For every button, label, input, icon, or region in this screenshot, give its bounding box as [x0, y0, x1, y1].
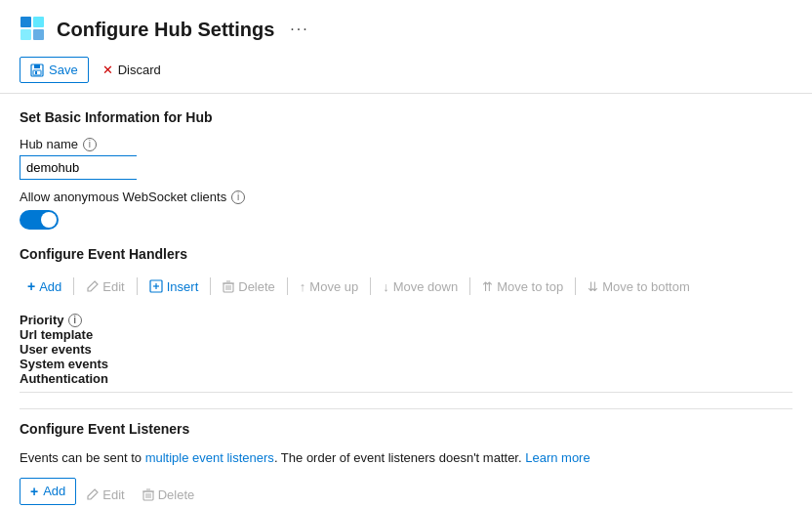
add-listener-icon: +	[30, 484, 38, 499]
hub-name-info-icon: i	[83, 138, 97, 151]
discard-icon: ✕	[102, 63, 113, 77]
event-handlers-action-bar: + Add Edit Insert	[20, 274, 792, 299]
event-handlers-table-header: Priority i Url template User events Syst…	[20, 307, 792, 393]
event-handlers-title: Configure Event Handlers	[20, 246, 792, 262]
delete-listener-button[interactable]: Delete	[135, 483, 203, 507]
page-title: Configure Hub Settings	[57, 19, 274, 41]
save-button[interactable]: Save	[20, 57, 89, 83]
svg-rect-2	[20, 29, 31, 40]
anon-ws-label: Allow anonymous WebSocket clients	[20, 190, 226, 204]
section-divider	[20, 408, 792, 409]
learn-more-link[interactable]: Learn more	[525, 450, 589, 465]
edit-listener-icon	[86, 488, 99, 501]
insert-handler-button[interactable]: Insert	[142, 275, 207, 299]
svg-rect-1	[33, 17, 44, 27]
col-url-template: Url template	[20, 327, 792, 342]
delete-handler-button[interactable]: Delete	[215, 275, 283, 299]
delete-listener-icon	[142, 488, 154, 501]
svg-rect-0	[20, 17, 31, 27]
save-icon	[30, 64, 44, 77]
event-listeners-section: Configure Event Listeners Events can be …	[20, 421, 792, 508]
edit-icon	[86, 280, 99, 293]
anon-ws-info-icon: i	[231, 190, 245, 204]
move-to-bottom-button[interactable]: ⇊ Move to bottom	[580, 275, 698, 299]
hub-name-input-wrapper	[20, 155, 137, 180]
basic-info-title: Set Basic Information for Hub	[20, 109, 792, 125]
event-listeners-title: Configure Event Listeners	[20, 421, 792, 437]
separator-2	[137, 277, 138, 295]
move-down-button[interactable]: ↓ Move down	[375, 275, 466, 299]
add-icon: +	[27, 278, 35, 294]
page-header: Configure Hub Settings ···	[0, 0, 812, 53]
event-handlers-section: Configure Event Handlers + Add Edit	[20, 246, 792, 393]
hub-settings-icon	[20, 16, 47, 43]
event-listeners-info: Events can be sent to multiple event lis…	[20, 448, 792, 468]
svg-rect-3	[33, 29, 44, 40]
discard-button[interactable]: ✕ Discard	[93, 58, 171, 82]
basic-info-section: Set Basic Information for Hub Hub name i	[20, 109, 792, 180]
anon-ws-label-row: Allow anonymous WebSocket clients i	[20, 190, 792, 204]
hub-name-label-row: Hub name i	[20, 137, 792, 151]
move-down-icon: ↓	[383, 279, 389, 294]
add-handler-button[interactable]: + Add	[20, 274, 69, 299]
col-priority: Priority i	[20, 313, 792, 327]
move-up-icon: ↑	[300, 279, 306, 294]
move-to-bottom-icon: ⇊	[588, 279, 598, 294]
anon-ws-toggle[interactable]	[20, 210, 59, 230]
delete-handler-icon	[223, 280, 234, 293]
more-options-button[interactable]: ···	[290, 21, 308, 38]
separator-6	[469, 277, 470, 295]
add-listener-button[interactable]: + Add	[20, 478, 76, 505]
svg-rect-5	[34, 64, 40, 68]
move-up-button[interactable]: ↑ Move up	[292, 275, 366, 299]
toolbar: Save ✕ Discard	[0, 53, 812, 94]
insert-icon	[149, 279, 163, 293]
svg-rect-7	[35, 71, 37, 74]
col-system-events-handlers: System events	[20, 357, 792, 371]
main-content: Set Basic Information for Hub Hub name i…	[0, 94, 812, 508]
col-user-events-handlers: User events	[20, 342, 792, 357]
toggle-slider	[20, 210, 59, 230]
edit-handler-button[interactable]: Edit	[78, 275, 132, 299]
separator-3	[210, 277, 211, 295]
move-to-top-icon: ⇈	[482, 279, 493, 294]
hub-name-input[interactable]	[20, 156, 138, 179]
col-authentication: Authentication	[20, 371, 792, 386]
separator-4	[287, 277, 288, 295]
anon-ws-toggle-wrapper	[20, 210, 792, 233]
edit-listener-button[interactable]: Edit	[78, 483, 132, 507]
separator-5	[370, 277, 371, 295]
separator-1	[73, 277, 74, 295]
multiple-listeners-link[interactable]: multiple event listeners	[145, 450, 274, 465]
move-to-top-button[interactable]: ⇈ Move to top	[474, 275, 571, 299]
separator-7	[575, 277, 576, 295]
event-listeners-action-bar: + Add Edit Delete	[20, 478, 792, 509]
hub-name-label: Hub name	[20, 137, 78, 151]
priority-info-icon: i	[68, 314, 82, 327]
